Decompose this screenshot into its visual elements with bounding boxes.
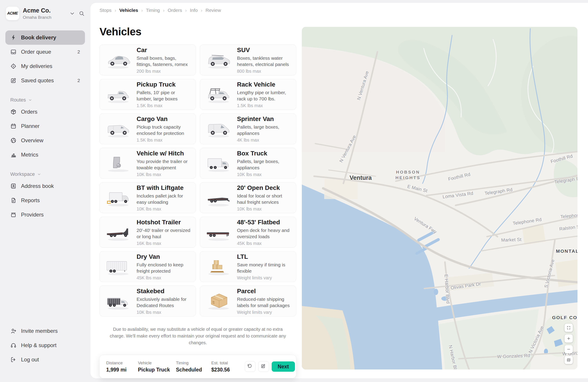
map-controls	[565, 324, 573, 364]
map-book-icon	[567, 358, 571, 362]
plus-icon	[567, 336, 571, 341]
section-label-text: Workspace	[10, 171, 35, 177]
company-logo: ACME	[6, 7, 19, 20]
sidebar-item-address-book[interactable]: Address book	[5, 179, 85, 193]
breadcrumb-review[interactable]: Review	[206, 8, 221, 13]
search-icon[interactable]	[79, 11, 84, 16]
vehicle-card-box-truck[interactable]: Box TruckPallets, large boxes, appliance…	[200, 148, 296, 179]
edit-button[interactable]	[258, 361, 269, 372]
vehicle-capacity: 200 lbs max	[137, 69, 191, 74]
sidebar-item-orders[interactable]: Orders	[5, 105, 85, 119]
vehicle-name: Vehicle w/ Hitch	[137, 150, 191, 157]
vehicle-capacity: 800 lbs max	[237, 69, 292, 74]
bar-chart-icon	[10, 152, 17, 158]
sidebar-item-log-out[interactable]: Log out	[5, 353, 85, 367]
vehicle-card-pickup-truck[interactable]: Pickup TruckPallets, 10' pipe or lumber,…	[100, 79, 196, 110]
section-label-workspace[interactable]: Workspace	[10, 171, 85, 177]
vehicle-card-dry-van[interactable]: Dry VanFully enclosed to keep freight pr…	[100, 251, 196, 282]
breadcrumb-separator: ›	[163, 8, 165, 13]
section-label-text: Routes	[10, 97, 26, 103]
zoom-out-button[interactable]	[565, 345, 573, 353]
breadcrumb-stops[interactable]: Stops	[100, 8, 112, 13]
breadcrumb-timing[interactable]: Timing	[146, 8, 160, 13]
vehicle-capacity: 10K lbs max	[137, 206, 191, 212]
breadcrumb-info[interactable]: Info	[190, 8, 198, 13]
sidebar-item-my-deliveries[interactable]: My deliveries	[5, 59, 85, 73]
vehicle-card-text: LTLSave money if timing is flexibleWeigh…	[237, 250, 296, 283]
vehicle-card-sprinter-van[interactable]: Sprinter VanPallets, large boxes, applia…	[200, 113, 296, 144]
sidebar-item-help-support[interactable]: Help & support	[5, 338, 85, 353]
vehicle-card-vehicle-w-hitch[interactable]: Vehicle w/ HitchYou provide the trailer …	[100, 148, 196, 179]
vehicle-card-parcel[interactable]: ParcelReduced-rate shipping labels for s…	[200, 286, 296, 317]
breadcrumb-separator: ›	[185, 8, 187, 13]
vehicle-card-car[interactable]: CarSmall boxes, bags, fittings, fastener…	[100, 44, 196, 75]
summary-field-label: Timing	[176, 361, 205, 365]
vehicle-capacity: 10K lbs max	[237, 172, 292, 177]
archive-icon	[10, 212, 17, 218]
vehicle-card-cargo-van[interactable]: Cargo VanPickup truck capacity enclosed …	[100, 113, 196, 144]
sidebar-item-metrics[interactable]: Metrics	[5, 148, 85, 162]
sidebar-item-overview[interactable]: Overview	[5, 133, 85, 148]
breadcrumb-orders[interactable]: Orders	[168, 8, 182, 13]
logout-icon	[10, 357, 17, 363]
vehicle-description: Includes pallet jack for easy unloading	[137, 193, 191, 205]
vehicle-card-48-53-flatbed[interactable]: 48'-53' FlatbedOpen deck for heavy and o…	[200, 217, 296, 248]
breadcrumb-separator: ›	[201, 8, 202, 13]
vehicle-name: LTL	[237, 253, 292, 260]
map-label-market-st: Market St	[501, 237, 521, 243]
vehicle-card-bt-with-liftgate[interactable]: BT with LiftgateIncludes pallet jack for…	[100, 182, 196, 213]
vehicle-description: Pallets, 10' pipe or lumber, large boxes	[137, 89, 191, 102]
sidebar-item-label: Book delivery	[21, 34, 56, 41]
vehicle-name: 48'-53' Flatbed	[237, 219, 292, 226]
map-legend-button[interactable]	[565, 356, 573, 364]
undo-icon	[247, 364, 253, 369]
user-plus-icon	[10, 328, 17, 334]
bolt-icon	[10, 34, 17, 41]
undo-button[interactable]	[245, 361, 255, 372]
vehicle-card-text: CarSmall boxes, bags, fittings, fastener…	[137, 43, 196, 77]
headset-icon	[10, 342, 17, 348]
vehicle-name: Dry Van	[137, 253, 191, 260]
vehicle-card-text: 48'-53' FlatbedOpen deck for heavy and o…	[237, 216, 296, 249]
vehicle-card-text: Rack VehicleLengthy pipe or lumber, rack…	[237, 78, 296, 111]
vehicle-card-text: ParcelReduced-rate shipping labels for s…	[237, 284, 296, 318]
suv-vehicle-icon	[200, 50, 237, 70]
breadcrumb-vehicles[interactable]: Vehicles	[119, 8, 138, 13]
summary-fields: Distance1,999 miVehiclePickup TruckTimin…	[106, 361, 245, 373]
vehicle-card-ltl[interactable]: LTLSave money if timing is flexibleWeigh…	[200, 251, 296, 282]
sidebar-item-reports[interactable]: Reports	[5, 193, 85, 208]
vehicle-card-rack-vehicle[interactable]: Rack VehicleLengthy pipe or lumber, rack…	[200, 79, 296, 110]
vehicle-capacity: 45K lbs max	[237, 241, 292, 246]
sidebar-item-label: Overview	[21, 137, 43, 144]
vehicle-name: BT with Liftgate	[137, 184, 191, 191]
breadcrumb-separator: ›	[141, 8, 143, 13]
vehicle-card-hotshot-trailer[interactable]: Hotshot Trailer20'-40' trailer or oversi…	[100, 217, 196, 248]
vehicle-card-text: BT with LiftgateIncludes pallet jack for…	[137, 181, 196, 214]
vehicle-name: Hotshot Trailer	[137, 219, 191, 226]
next-button[interactable]: Next	[272, 361, 295, 372]
vehicle-card-stakebed[interactable]: StakebedExclusively available for Dedica…	[100, 286, 196, 317]
section-label-routes[interactable]: Routes	[10, 97, 85, 103]
vehicle-description: Save money if timing is flexible	[237, 262, 292, 274]
sidebar: ACME Acme Co. Omaha Branch Book delivery…	[0, 0, 90, 382]
sidebar-item-label: Providers	[21, 212, 43, 218]
sidebar-item-planner[interactable]: Planner	[5, 119, 85, 133]
edit-icon	[261, 364, 267, 369]
vehicle-card-suv[interactable]: SUVBoxes, tankless water heaters, electr…	[200, 44, 296, 75]
parcel-vehicle-icon	[200, 291, 237, 311]
sidebar-item-label: Order queue	[21, 49, 51, 55]
vehicle-capacity: Weight limits vary	[237, 310, 292, 315]
vehicle-name: 20' Open Deck	[237, 184, 292, 191]
zoom-in-button[interactable]	[565, 334, 573, 343]
sidebar-item-providers[interactable]: Providers	[5, 208, 85, 222]
sidebar-item-invite-members[interactable]: Invite members	[5, 324, 85, 338]
fullscreen-button[interactable]	[565, 324, 573, 332]
sidebar-item-order-queue[interactable]: Order queue2	[5, 45, 85, 59]
map[interactable]: N Ventura AveN Ventura AveVenturaHOBSON …	[302, 27, 577, 369]
summary-field-label: Est. total	[211, 361, 238, 365]
chevron-down-icon[interactable]	[69, 11, 75, 16]
vehicle-card-20-open-deck[interactable]: 20' Open DeckIdeal for local or short ha…	[200, 182, 296, 213]
sidebar-item-saved-quotes[interactable]: Saved quotes2	[5, 73, 85, 88]
app-root: ACME Acme Co. Omaha Branch Book delivery…	[0, 0, 588, 382]
sidebar-item-book-delivery[interactable]: Book delivery	[5, 30, 85, 45]
